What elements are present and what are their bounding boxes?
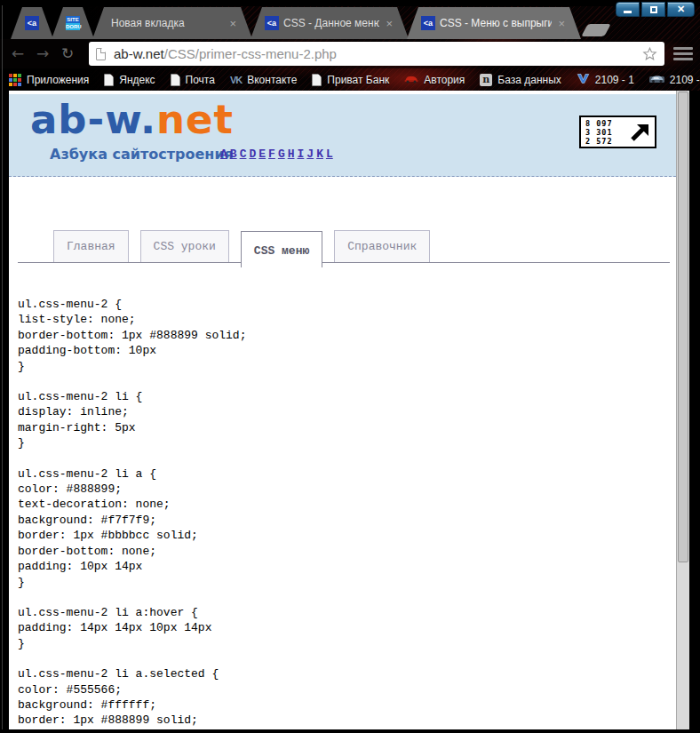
abw-favicon-icon: <a xyxy=(25,16,39,30)
alphabet-link[interactable]: J xyxy=(306,147,314,161)
alphabet-link[interactable]: G xyxy=(278,147,285,161)
bookmark-yandex[interactable]: Яндекс xyxy=(104,74,155,86)
browser-window: { "window": { "controls": { "close_glyph… xyxy=(0,0,700,733)
demo-tab-css-uroki[interactable]: CSS уроки xyxy=(140,230,229,262)
counter-arrow-icon xyxy=(628,121,651,144)
alphabet-link[interactable]: D xyxy=(249,147,256,161)
code-block-li-a-selected: ul.css-menu-2 li a.selected { color: #55… xyxy=(18,666,657,729)
close-button[interactable]: ✕ xyxy=(667,2,695,17)
code-block-li: ul.css-menu-2 li { display: inline; marg… xyxy=(18,389,657,451)
close-icon: ✕ xyxy=(677,4,685,14)
tab-css-dannoe-menu[interactable]: <a CSS - Данное меню прете × xyxy=(251,7,409,39)
tab-close-icon[interactable]: × xyxy=(227,18,238,29)
demo-tab-css-menu[interactable]: CSS меню xyxy=(241,231,322,267)
minimize-button[interactable] xyxy=(616,2,640,17)
url-path: /CSS/primer-css-menu-2.php xyxy=(164,46,337,61)
code-block-li-a-hover: ul.css-menu-2 li a:hover { padding: 14px… xyxy=(18,605,657,651)
page-icon xyxy=(96,48,106,60)
demo-tab-menu: Главная CSS уроки CSS меню Справочник xyxy=(18,217,670,263)
new-tab-button[interactable] xyxy=(581,24,610,36)
browser-chrome: ✕ <a SITE DORU Новая вкладка × <a CSS - … xyxy=(0,0,700,91)
tab-title: CSS - Данное меню прете xyxy=(283,17,379,29)
alphabet-link[interactable]: A xyxy=(220,147,227,161)
back-button[interactable]: ← xyxy=(7,46,28,61)
forward-button[interactable]: → xyxy=(32,46,53,61)
web-page: ab-w.net Азбука сайтостроения ABCDEFGHIJ… xyxy=(9,91,676,729)
bookmark-2109-1[interactable]: 2109 - 1 xyxy=(577,72,634,88)
tab-title: CSS - Меню с выпрыгиван xyxy=(440,17,552,29)
vk-icon: VK xyxy=(230,75,242,85)
window-frame-edge xyxy=(2,5,3,729)
alphabet-link[interactable]: C xyxy=(240,147,247,161)
database-icon: n xyxy=(480,74,492,86)
window-controls: ✕ xyxy=(616,2,695,17)
pinned-tab-abw[interactable]: <a xyxy=(11,7,53,39)
blue-v-icon xyxy=(577,72,590,88)
red-car-icon xyxy=(404,74,418,86)
navigation-toolbar: ← → ↻ ab-w.net/CSS/primer-css-menu-2.php xyxy=(0,39,700,68)
car-photo-icon xyxy=(649,74,664,86)
alphabet-links: ABCDEFGHIJKL xyxy=(220,147,336,161)
alphabet-link[interactable]: K xyxy=(316,147,323,161)
demo-tab-glavnaya[interactable]: Главная xyxy=(53,230,129,262)
visitor-counter-widget[interactable]: 8 097 3 301 2 572 xyxy=(579,116,656,148)
logo-blue-part: ab-w xyxy=(30,96,140,143)
page-icon xyxy=(104,74,114,86)
address-bar[interactable]: ab-w.net/CSS/primer-css-menu-2.php xyxy=(89,42,664,66)
alphabet-link[interactable]: H xyxy=(288,147,295,161)
page-icon xyxy=(171,74,180,86)
page-scrollbar[interactable] xyxy=(676,91,689,729)
maximize-icon xyxy=(650,6,657,13)
minimize-icon xyxy=(624,11,632,13)
sitedo-favicon-icon: SITE DORU xyxy=(66,16,80,30)
alphabet-link[interactable]: L xyxy=(326,147,333,161)
scrollbar-thumb[interactable] xyxy=(678,92,688,562)
bookmark-privatbank[interactable]: Приват Банк xyxy=(312,74,389,86)
tab-css-menu-active[interactable]: <a CSS - Меню с выпрыгиван × xyxy=(407,7,581,39)
refresh-button[interactable]: ↻ xyxy=(57,46,78,61)
css-code-listing: ul.css-menu-2 { list-style: none; border… xyxy=(18,297,657,729)
bookmark-star-icon[interactable] xyxy=(642,46,657,61)
bookmark-pochta[interactable]: Почта xyxy=(171,74,215,86)
bookmark-database[interactable]: n База данных xyxy=(480,74,561,86)
site-logo[interactable]: ab-w.net xyxy=(30,96,234,143)
site-tagline: Азбука сайтостроения xyxy=(50,146,234,163)
code-block-li-a: ul.css-menu-2 li a { color: #888899; tex… xyxy=(18,466,657,590)
counter-digits: 8 097 3 301 2 572 xyxy=(581,119,628,146)
abw-favicon-icon: <a xyxy=(421,16,435,30)
bookmark-2109-2[interactable]: 2109 - 2 xyxy=(649,74,700,86)
apps-grid-icon xyxy=(9,74,21,86)
bookmark-vkontakte[interactable]: VK Вконтакте xyxy=(230,74,297,86)
bookmark-apps[interactable]: Приложения xyxy=(9,74,89,86)
abw-favicon-icon: <a xyxy=(265,16,279,30)
tab-title: Новая вкладка xyxy=(111,17,223,29)
tab-close-icon[interactable]: × xyxy=(384,18,394,29)
pinned-tab-sitedo[interactable]: SITE DORU xyxy=(52,7,94,39)
alphabet-link[interactable]: I xyxy=(298,147,305,161)
code-block-ul: ul.css-menu-2 { list-style: none; border… xyxy=(18,297,657,374)
maximize-button[interactable] xyxy=(641,2,665,17)
tab-new-tab[interactable]: Новая вкладка × xyxy=(92,7,252,39)
chrome-menu-icon[interactable] xyxy=(673,47,693,60)
url-domain: ab-w.net xyxy=(114,46,164,61)
alphabet-link[interactable]: B xyxy=(230,147,237,161)
logo-orange-part: net xyxy=(156,96,234,143)
tab-close-icon[interactable]: × xyxy=(556,18,567,29)
alphabet-link[interactable]: E xyxy=(259,147,266,161)
demo-tab-spravochnik[interactable]: Справочник xyxy=(334,230,430,262)
logo-dot: . xyxy=(140,96,156,143)
page-icon xyxy=(312,74,322,86)
bookmark-avtoria[interactable]: Автория xyxy=(404,74,465,86)
url-text[interactable]: ab-w.net/CSS/primer-css-menu-2.php xyxy=(114,46,337,61)
alphabet-link[interactable]: F xyxy=(268,147,275,161)
bookmarks-bar: Приложения Яндекс Почта VK Вконтакте При… xyxy=(0,68,700,91)
